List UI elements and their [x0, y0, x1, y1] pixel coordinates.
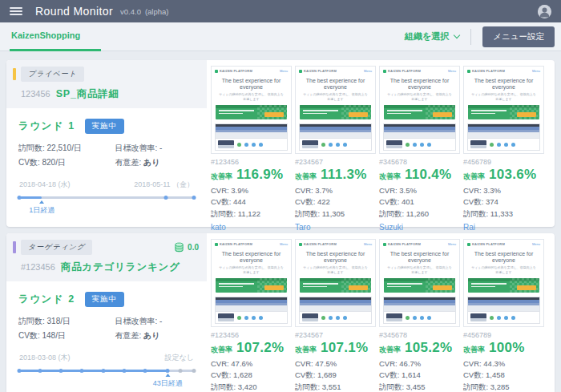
variant-stats: CVR: 3.5% CV数: 401 訪問数: 11,260 — [379, 185, 460, 220]
variant-author-link[interactable]: Suzuki — [379, 223, 460, 232]
banner-button — [349, 112, 368, 117]
banner-button — [264, 285, 284, 290]
goal-stat: 目標改善率: - — [115, 143, 195, 154]
promo-banner — [300, 105, 371, 119]
kaizen-logo-icon — [467, 70, 470, 73]
variant-cv: CV数: 1,458 — [463, 370, 544, 381]
thumb-brand: KAIZEN PLATFORM — [220, 69, 252, 73]
thumb-subtext: サイトの継続的な改善を実現し、収益向上を支援します — [380, 265, 459, 275]
thumb-menu-link: Menu — [448, 69, 456, 73]
org-select-dropdown[interactable]: 組織を選択 — [405, 30, 459, 42]
promo-banner — [384, 105, 455, 119]
variant-stats: CVR: 3.7% CV数: 422 訪問数: 11,305 — [295, 185, 376, 220]
experiment-title[interactable]: SP_商品詳細 — [56, 87, 119, 101]
feature-dot-icon — [406, 143, 410, 147]
thumb-menu-link: Menu — [364, 242, 372, 246]
timeline-dot — [192, 369, 196, 373]
feature-dot-icon — [336, 316, 340, 320]
thumb-menu-link: Menu — [448, 242, 456, 246]
improvement-rate: 改善率 103.6% — [463, 167, 544, 183]
timeline-dot — [192, 196, 196, 200]
variant-thumbnail[interactable]: KAIZEN PLATFORM Menu The best experience… — [379, 66, 460, 154]
thumb-headline: The best experience for everyone — [464, 251, 543, 264]
chevron-down-icon — [454, 31, 460, 38]
marker-triangle-icon — [165, 374, 170, 377]
variant-author-link[interactable]: kato — [211, 223, 292, 232]
banner-button — [517, 112, 536, 117]
category-color-bar — [13, 68, 16, 80]
feature-dot-icon — [237, 316, 241, 320]
variant-thumbnail[interactable]: KAIZEN PLATFORM Menu The best experience… — [379, 239, 460, 327]
variant-thumbnail[interactable]: KAIZEN PLATFORM Menu The best experience… — [463, 239, 544, 327]
variant-cvr: CVR: 3.5% — [379, 185, 460, 196]
variants-row: KAIZEN PLATFORM Menu The best experience… — [207, 60, 555, 227]
app-title: Round Monitor — [35, 5, 113, 18]
thumb-headline: The best experience for everyone — [296, 251, 375, 264]
variant-author-link[interactable]: Rai — [463, 223, 544, 232]
vertical-divider — [470, 29, 471, 45]
main-content: プライベート 123456 SP_商品詳細 ラウンド 1 実施中 訪問数: 22… — [0, 51, 561, 392]
improvement-label: 改善率 — [463, 345, 485, 355]
timeline-dot — [59, 369, 63, 373]
timeline-dot — [178, 369, 182, 373]
thumb-caption: 継続的なサイト改善をひと手間で実現するツール — [296, 324, 375, 327]
improvement-rate: 改善率 116.9% — [211, 167, 292, 183]
feature-dot-icon — [497, 316, 501, 320]
variant-column: KAIZEN PLATFORM Menu The best experience… — [463, 66, 544, 227]
thumb-brand: KAIZEN PLATFORM — [388, 69, 421, 73]
mini-chart — [302, 140, 318, 148]
app-header: Round Monitor v0.4.0 (alpha) — [0, 0, 561, 22]
variant-author-link[interactable]: Taro — [295, 223, 376, 232]
feature-dot-icon — [420, 143, 424, 147]
variant-thumbnail[interactable]: KAIZEN PLATFORM Menu The best experience… — [295, 239, 376, 327]
experiment-title[interactable]: 商品カテゴリランキング — [61, 261, 180, 274]
user-avatar[interactable] — [538, 5, 551, 18]
variant-visits: 訪問数: 11,305 — [295, 208, 376, 220]
round-card: ターゲティング 0.0 #123456 商品カテゴリランキング — [6, 233, 555, 392]
variant-thumbnail[interactable]: KAIZEN PLATFORM Menu The best experience… — [463, 66, 544, 154]
variant-thumbnail[interactable]: KAIZEN PLATFORM Menu The best experience… — [211, 66, 292, 154]
browser-screenshot — [467, 123, 540, 151]
thumb-caption: 継続的なサイト改善をひと手間で実現するツール — [464, 151, 543, 154]
promo-banner — [384, 278, 455, 293]
elapsed-marker: 1日経過 — [29, 200, 54, 216]
variant-column: KAIZEN PLATFORM Menu The best experience… — [211, 239, 292, 392]
tab-kaizenshopping[interactable]: KaizenShopping — [10, 22, 101, 51]
variant-id: #123456 — [211, 158, 292, 166]
feature-dot-icon — [244, 143, 248, 147]
experiment-header: ターゲティング 0.0 #123456 商品カテゴリランキング — [6, 233, 207, 281]
improvement-rate: 改善率 100% — [463, 340, 544, 356]
variant-cv: CV数: 1,628 — [211, 370, 292, 381]
feature-dot-icon — [259, 143, 263, 147]
timeline-dot — [122, 369, 126, 373]
tab-bar: KaizenShopping 組織を選択 メニュー設定 — [0, 22, 561, 51]
variant-cv: CV数: 374 — [463, 196, 544, 208]
variant-thumbnail[interactable]: KAIZEN PLATFORM Menu The best experience… — [295, 66, 376, 154]
thumb-menu-link: Menu — [532, 69, 540, 73]
visits-stat: 訪問数: 22,510/日 — [18, 143, 110, 154]
timeline-start-date: 2018-04-18 (水) — [19, 180, 71, 190]
thumb-caption: 継続的なサイト改善をひと手間で実現するツール — [380, 324, 459, 327]
thumb-subtext: サイトの継続的な改善を実現し、収益向上を支援します — [380, 92, 459, 102]
banner-button — [433, 112, 452, 117]
kaizen-logo-icon — [383, 243, 386, 246]
menu-settings-button[interactable]: メニュー設定 — [482, 26, 555, 47]
significance-stat: 有意差: あり — [115, 157, 195, 168]
round-timeline: 2018-04-18 (水) 2018-05-11 （金） 1日経過 — [18, 180, 195, 199]
variant-id: #345678 — [379, 158, 460, 166]
variant-thumbnail[interactable]: KAIZEN PLATFORM Menu The best experience… — [211, 239, 292, 327]
mini-chart — [218, 140, 234, 148]
marker-triangle-icon — [39, 200, 44, 204]
variant-cvr: CVR: 3.3% — [463, 185, 544, 196]
hamburger-menu-icon[interactable] — [10, 6, 22, 17]
variant-stats: CVR: 46.7% CV数: 1,614 訪問数: 3,455 — [379, 358, 460, 392]
variant-visits: 訪問数: 3,455 — [379, 382, 460, 392]
cv-stat: CV数: 820/日 — [18, 157, 110, 168]
variant-column: KAIZEN PLATFORM Menu The best experience… — [463, 239, 544, 392]
mini-chart — [470, 140, 486, 148]
feature-dot-icon — [511, 143, 515, 147]
kaizen-logo-icon — [467, 243, 470, 246]
experiment-panel: ターゲティング 0.0 #123456 商品カテゴリランキング — [6, 233, 207, 392]
mini-chart — [302, 313, 318, 321]
browser-screenshot — [215, 297, 288, 324]
